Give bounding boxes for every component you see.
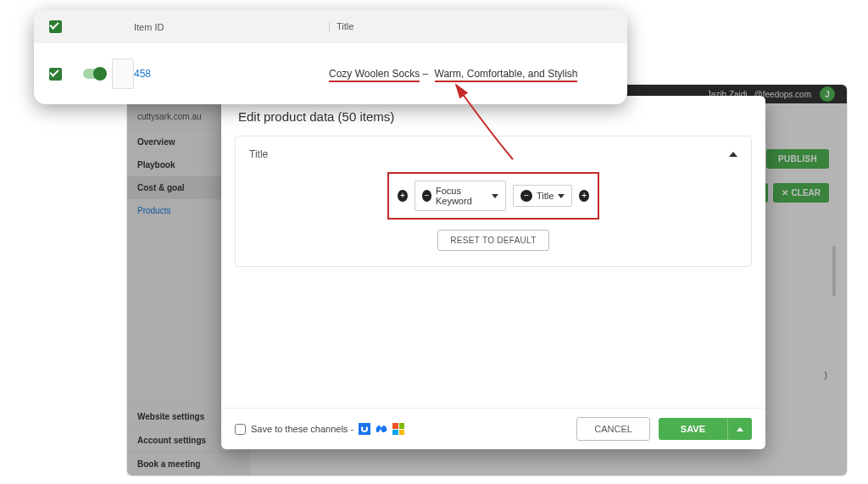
publish-button[interactable]: PUBLISH bbox=[766, 149, 829, 169]
reset-to-default-button[interactable]: RESET TO DEFAULT bbox=[437, 230, 548, 251]
select-all-checkbox[interactable] bbox=[49, 20, 62, 33]
save-to-channels[interactable]: Save to these channels - bbox=[235, 423, 404, 435]
avatar[interactable]: J bbox=[820, 86, 835, 102]
collapse-icon[interactable] bbox=[729, 152, 737, 157]
save-channels-checkbox[interactable] bbox=[235, 424, 246, 435]
product-list-preview: Item ID Title 458 Cozy Woolen Socks – Wa… bbox=[34, 10, 627, 104]
remove-token-icon[interactable]: − bbox=[520, 190, 532, 202]
google-icon bbox=[359, 423, 370, 435]
header-item-id: Item ID bbox=[134, 22, 329, 32]
title-pill[interactable]: − Title bbox=[513, 185, 572, 207]
sidebar-item-book-meeting[interactable]: Book a meeting bbox=[127, 452, 250, 476]
row-item-id[interactable]: 458 bbox=[134, 68, 329, 80]
list-header-row: Item ID Title bbox=[34, 10, 627, 43]
remove-token-icon[interactable]: − bbox=[422, 190, 431, 202]
focus-keyword-pill[interactable]: − Focus Keyword bbox=[415, 181, 506, 211]
table-row[interactable]: 458 Cozy Woolen Socks – Warm, Comfortabl… bbox=[34, 43, 627, 104]
row-title: Cozy Woolen Socks – Warm, Comfortable, a… bbox=[329, 68, 612, 80]
meta-icon bbox=[376, 423, 387, 435]
chevron-down-icon bbox=[492, 194, 498, 198]
chevron-down-icon bbox=[558, 194, 565, 198]
section-label: Title bbox=[249, 148, 268, 160]
chevron-up-icon bbox=[737, 427, 743, 431]
add-token-left-button[interactable]: + bbox=[398, 190, 408, 202]
save-dropdown-button[interactable] bbox=[727, 418, 752, 440]
title-section-card: Title + − Focus Keyword − Title + RESET … bbox=[235, 136, 752, 267]
add-token-right-button[interactable]: + bbox=[579, 190, 589, 202]
background-paren: ) bbox=[824, 370, 827, 380]
modal-footer: Save to these channels - CANCEL SAVE bbox=[221, 408, 765, 449]
microsoft-icon bbox=[392, 423, 404, 435]
close-icon: ✕ bbox=[782, 188, 788, 197]
scrollbar[interactable] bbox=[832, 246, 836, 297]
row-checkbox[interactable] bbox=[49, 68, 62, 81]
edit-product-modal: Edit product data (50 items) Title + − F… bbox=[221, 96, 765, 449]
clear-button[interactable]: ✕ CLEAR bbox=[773, 183, 829, 203]
header-title: Title bbox=[337, 21, 353, 31]
cancel-button[interactable]: CANCEL bbox=[576, 417, 650, 441]
row-toggle[interactable] bbox=[83, 69, 105, 79]
save-button[interactable]: SAVE bbox=[659, 418, 727, 440]
product-thumbnail bbox=[112, 58, 134, 89]
title-builder-row: + − Focus Keyword − Title + bbox=[387, 172, 599, 220]
